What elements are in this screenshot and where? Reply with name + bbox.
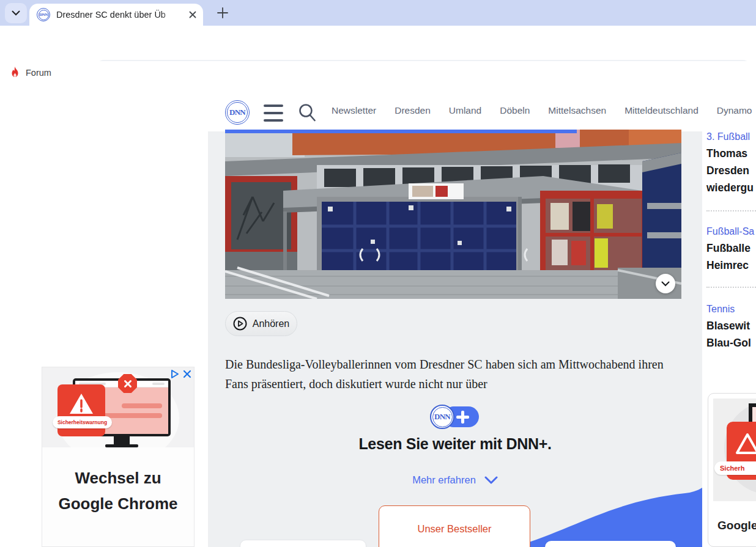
- chevron-down-icon: [484, 476, 498, 484]
- sidebar-divider: [706, 210, 756, 211]
- listen-label: Anhören: [253, 318, 290, 329]
- browser-tab[interactable]: DNN Dresdner SC denkt über Üb: [29, 4, 203, 26]
- bookmark-bar: Forum: [0, 61, 756, 87]
- listen-button[interactable]: Anhören: [225, 311, 297, 336]
- bookmark-label: Forum: [26, 68, 51, 78]
- ad-google-chrome-right[interactable]: Sicherh Google: [708, 393, 756, 547]
- plus-icon: [215, 6, 230, 20]
- sidebar-category[interactable]: Tennis: [706, 304, 735, 315]
- bestseller-label: Unser Bestseller: [417, 523, 491, 535]
- search-button[interactable]: [298, 103, 316, 122]
- article-hero-image: [225, 130, 681, 299]
- article-paragraph: Die Bundesliga-Volleyballerinnen vom Dre…: [225, 354, 681, 394]
- sidebar-headline-line[interactable]: Dresden: [706, 164, 749, 177]
- ad-headline: Wechsel zu Google Chrome: [42, 465, 194, 516]
- sidebar-headline-line[interactable]: Fußballe: [706, 242, 750, 255]
- ad-illustration: Sicherheitswarnung: [42, 367, 194, 447]
- bestseller-offer-card[interactable]: Unser Bestseller: [379, 505, 530, 547]
- ad-close-icon[interactable]: [182, 369, 192, 379]
- adchoices-icon[interactable]: [170, 369, 180, 379]
- menu-button[interactable]: [264, 105, 283, 122]
- chevron-down-icon: [12, 10, 20, 16]
- warning-pill: Sicherh: [714, 461, 756, 475]
- ad-illustration: Sicherh: [713, 398, 756, 501]
- sidebar-headline-line[interactable]: Heimrec: [706, 259, 749, 272]
- nav-item-mittelsachsen[interactable]: Mittelsachsen: [548, 105, 606, 116]
- sidebar-headline-line[interactable]: Blasewit: [706, 320, 750, 332]
- flame-icon: [10, 67, 20, 78]
- sidebar-headline-line[interactable]: wiedergu: [706, 182, 754, 194]
- nav-item-doebeln[interactable]: Döbeln: [500, 105, 530, 116]
- page-viewport: DNN Newsletter Dresden Umland Döbeln Mit…: [0, 87, 756, 547]
- dnn-plus-logo: DNN: [430, 405, 479, 429]
- offer-card-right[interactable]: [545, 541, 676, 547]
- nav-item-umland[interactable]: Umland: [449, 105, 481, 116]
- dnn-favicon-icon: DNN: [37, 8, 50, 21]
- sidebar-category[interactable]: Fußball-Sa: [706, 226, 754, 237]
- ad-google-chrome-left[interactable]: Sicherheitswarnung Wechsel zu Google Chr…: [42, 367, 195, 547]
- sidebar-headline-line[interactable]: Thomas: [706, 147, 747, 160]
- nav-item-dynamo[interactable]: Dynamo: [717, 105, 752, 116]
- play-icon: [233, 317, 247, 331]
- nav-item-mitteldeutschland[interactable]: Mitteldeutschland: [624, 105, 699, 116]
- bookmark-forum[interactable]: Forum: [10, 67, 51, 78]
- sidebar-headline-line[interactable]: Blau-Gol: [706, 337, 751, 350]
- browser-toolbar: dnn.de/sport/regional/dresdner-sc-denkt-…: [0, 26, 756, 61]
- site-nav: Newsletter Dresden Umland Döbeln Mittels…: [332, 105, 752, 116]
- ad-headline: Google: [717, 519, 756, 532]
- sidebar-category[interactable]: 3. Fußball: [706, 131, 750, 142]
- warning-box-icon: [57, 384, 105, 436]
- close-icon: [188, 10, 198, 20]
- nav-item-dresden[interactable]: Dresden: [395, 105, 431, 116]
- image-caption-toggle-button[interactable]: [656, 274, 675, 293]
- dnn-logo[interactable]: DNN: [225, 100, 250, 125]
- nav-item-newsletter[interactable]: Newsletter: [332, 105, 376, 116]
- search-icon: [298, 103, 316, 122]
- tab-strip: DNN Dresdner SC denkt über Üb: [0, 0, 756, 26]
- reading-progress-bar: [225, 130, 577, 133]
- ad-controls: [170, 369, 192, 379]
- warning-triangle-icon: [735, 433, 756, 455]
- tab-close-button[interactable]: [188, 10, 198, 20]
- blocked-icon: [118, 374, 137, 393]
- chevron-down-icon: [661, 281, 670, 287]
- sidebar-divider: [706, 287, 756, 288]
- warning-pill: Sicherheitswarnung: [53, 416, 112, 428]
- new-tab-button[interactable]: [215, 6, 230, 20]
- tab-title: Dresdner SC denkt über Üb: [56, 10, 179, 20]
- paywall-headline: Lesen Sie weiter mit DNN+.: [208, 435, 702, 453]
- warning-triangle-icon: [68, 392, 95, 416]
- margon-arena-photo: [225, 130, 681, 299]
- more-info-link[interactable]: Mehr erfahren: [208, 474, 702, 486]
- tab-search-button[interactable]: [5, 3, 27, 23]
- offer-card-left[interactable]: [240, 540, 366, 547]
